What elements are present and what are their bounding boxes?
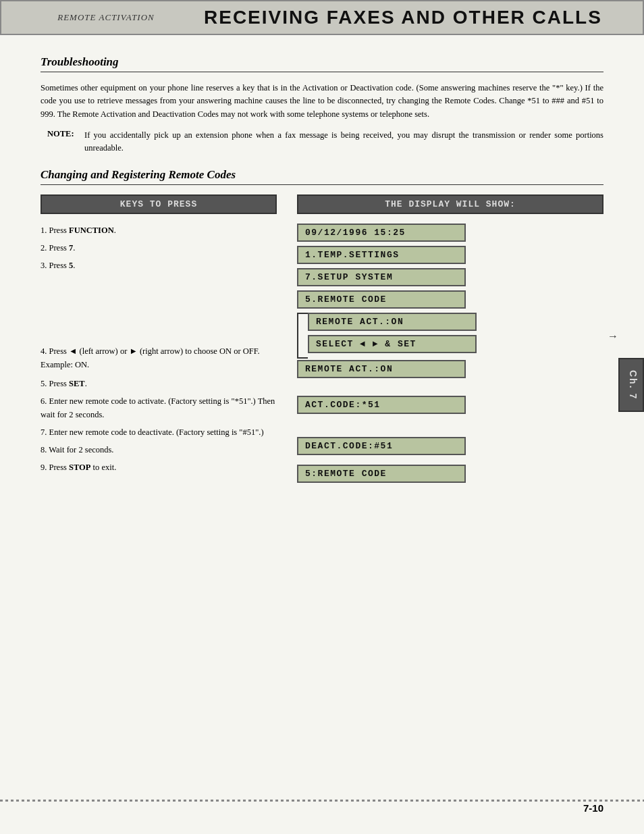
steps-list: 1. Press FUNCTION. 2. Press 7. 3. Press …	[41, 224, 277, 474]
display-screen-7: REMOTE ACT.:ON	[297, 360, 466, 378]
display-screen-4: 5.REMOTE CODE	[297, 290, 466, 309]
display-screen-10: 5:REMOTE CODE	[297, 465, 466, 483]
step-5-bold: SET	[69, 379, 85, 388]
step-9-bold: STOP	[69, 463, 90, 472]
keys-column: KEYS TO PRESS 1. Press FUNCTION. 2. Pres…	[41, 194, 284, 487]
step-6: 6. Enter new remote code to activate. (F…	[41, 394, 277, 421]
page: REMOTE ACTIVATION RECEIVING FAXES AND OT…	[0, 0, 644, 834]
changing-section: Changing and Registering Remote Codes KE…	[41, 168, 603, 487]
troubleshooting-title: Troubleshooting	[41, 55, 603, 69]
content-area: Troubleshooting Sometimes other equipmen…	[0, 35, 644, 507]
page-number: 7-10	[583, 802, 603, 814]
display-screen-5: REMOTE ACT.:ON	[308, 313, 477, 331]
display-column: THE DISPLAY WILL SHOW: 09/12/1996 15:25 …	[284, 194, 603, 487]
step-3-bold: 5	[69, 261, 73, 270]
step-8: 8. Wait for 2 seconds.	[41, 443, 277, 457]
step-4: 4. Press ◄ (left arrow) or ► (right arro…	[41, 344, 277, 371]
two-column-layout: KEYS TO PRESS 1. Press FUNCTION. 2. Pres…	[41, 194, 603, 487]
changing-title: Changing and Registering Remote Codes	[41, 168, 603, 182]
step-3: 3. Press 5.	[41, 259, 277, 272]
arrow-right-indicator: →	[608, 330, 618, 342]
note-text: If you accidentally pick up an extension…	[84, 129, 603, 155]
display-screen-9: DEACT.CODE:#51	[297, 437, 466, 455]
note-label: NOTE:	[47, 129, 84, 155]
chapter-tab: Ch. 7	[618, 358, 644, 412]
display-column-header: THE DISPLAY WILL SHOW:	[297, 194, 603, 214]
page-header: REMOTE ACTIVATION RECEIVING FAXES AND OT…	[0, 0, 644, 35]
step-1-bold: FUNCTION	[69, 226, 114, 235]
troubleshooting-body: Sometimes other equipment on your phone …	[41, 82, 603, 121]
troubleshooting-section: Troubleshooting Sometimes other equipmen…	[41, 55, 603, 155]
header-right-label: RECEIVING FAXES AND OTHER CALLS	[190, 7, 643, 28]
header-left-label: REMOTE ACTIVATION	[1, 12, 190, 23]
step-7: 7. Enter new remote code to deactivate. …	[41, 425, 277, 439]
bracket-group: → REMOTE ACT.:ON SELECT ◄ ► & SET	[308, 313, 603, 357]
note-block: NOTE: If you accidentally pick up an ext…	[41, 129, 603, 155]
display-screen-2: 1.TEMP.SETTINGS	[297, 246, 466, 264]
display-screen-6: SELECT ◄ ► & SET	[308, 335, 477, 353]
step-2: 2. Press 7.	[41, 241, 277, 255]
step-1: 1. Press FUNCTION.	[41, 224, 277, 237]
display-screen-1: 09/12/1996 15:25	[297, 224, 466, 242]
step-2-bold: 7	[69, 243, 73, 253]
step-gap	[41, 276, 277, 340]
bottom-line	[0, 800, 644, 802]
display-screen-3: 7.SETUP SYSTEM	[297, 268, 466, 286]
bracket-top	[297, 313, 308, 314]
bracket-line-left	[297, 313, 298, 359]
keys-column-header: KEYS TO PRESS	[41, 194, 277, 214]
step-9: 9. Press STOP to exit.	[41, 461, 277, 474]
section-divider-2	[41, 184, 603, 185]
bottom-bar: 7-10	[0, 802, 644, 814]
section-divider-1	[41, 72, 603, 72]
bracket-bottom	[297, 357, 308, 359]
step-5: 5. Press SET.	[41, 377, 277, 390]
display-screen-8: ACT.CODE:*51	[297, 396, 466, 414]
